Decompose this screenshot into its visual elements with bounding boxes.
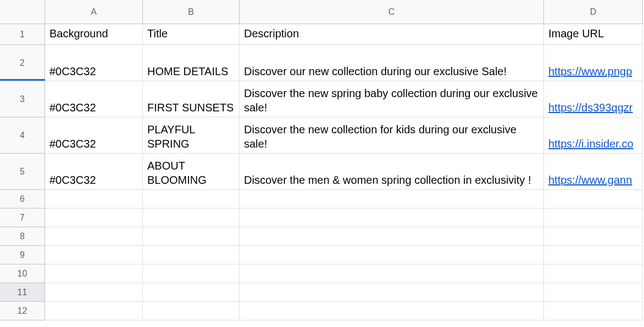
cell-A12[interactable] [45, 302, 143, 320]
column-headers: A B C D [45, 0, 643, 24]
col-header-D[interactable]: D [544, 0, 643, 24]
cell-D8[interactable] [544, 227, 643, 246]
cell-B7[interactable] [143, 208, 240, 227]
cell-C6[interactable] [240, 190, 544, 208]
cell-D10[interactable] [544, 264, 643, 283]
cell-A3[interactable]: #0C3C32 [45, 81, 143, 117]
col-header-B[interactable]: B [143, 0, 240, 24]
spreadsheet: A B C D 123456789101112 BackgroundTitleD… [0, 0, 644, 327]
cell-A6[interactable] [45, 190, 143, 208]
cell-B4[interactable]: PLAYFUL SPRING [143, 117, 240, 154]
row-header-6[interactable]: 6 [0, 190, 45, 208]
cell-B12[interactable] [143, 302, 240, 320]
cell-A5[interactable]: #0C3C32 [45, 154, 143, 190]
cell-D3[interactable]: https://ds393qgzr [544, 81, 643, 117]
cell-A2[interactable]: #0C3C32 [45, 45, 143, 81]
cell-D7[interactable] [544, 208, 643, 227]
table-row: #0C3C32HOME DETAILSDiscover our new coll… [45, 45, 643, 81]
table-row [45, 283, 643, 302]
row-header-12[interactable]: 12 [0, 302, 45, 320]
cell-D11[interactable] [544, 283, 643, 302]
cell-C10[interactable] [240, 264, 544, 283]
row-header-2[interactable]: 2 [0, 45, 45, 81]
cell-B3[interactable]: FIRST SUNSETS [143, 81, 240, 117]
row-header-11[interactable]: 11 [0, 283, 45, 302]
cell-C2[interactable]: Discover our new collection during our e… [240, 45, 544, 81]
url-link[interactable]: https://www.pngp [548, 64, 638, 78]
col-header-C[interactable]: C [240, 0, 544, 24]
cell-C3[interactable]: Discover the new spring baby collection … [240, 81, 544, 117]
cell-C7[interactable] [240, 208, 544, 227]
row-header-8[interactable]: 8 [0, 227, 45, 246]
cell-B6[interactable] [143, 190, 240, 208]
cell-C9[interactable] [240, 246, 544, 264]
row-header-1[interactable]: 1 [0, 24, 45, 45]
cell-C5[interactable]: Discover the men & women spring collecti… [240, 154, 544, 190]
url-link[interactable]: https://ds393qgzr [548, 100, 638, 115]
table-row [45, 302, 643, 320]
cell-D2[interactable]: https://www.pngp [544, 45, 643, 81]
cell-D12[interactable] [544, 302, 643, 320]
cell-A10[interactable] [45, 264, 143, 283]
cell-C11[interactable] [240, 283, 544, 302]
cell-D9[interactable] [544, 246, 643, 264]
cell-C4[interactable]: Discover the new collection for kids dur… [240, 117, 544, 154]
cell-B10[interactable] [143, 264, 240, 283]
table-row: #0C3C32FIRST SUNSETSDiscover the new spr… [45, 81, 643, 117]
active-row-indicator [0, 79, 45, 81]
cell-B5[interactable]: ABOUT BLOOMING [143, 154, 240, 190]
cell-A1[interactable]: Background [45, 24, 143, 45]
cell-A11[interactable] [45, 283, 143, 302]
cell-C8[interactable] [240, 227, 544, 246]
row-header-9[interactable]: 9 [0, 246, 45, 264]
table-row [45, 227, 643, 246]
cell-D5[interactable]: https://www.gann [544, 154, 643, 190]
cell-B1[interactable]: Title [143, 24, 240, 45]
row-header-5[interactable]: 5 [0, 154, 45, 190]
cell-A4[interactable]: #0C3C32 [45, 117, 143, 154]
table-row: #0C3C32PLAYFUL SPRINGDiscover the new co… [45, 117, 643, 154]
row-header-10[interactable]: 10 [0, 264, 45, 283]
cell-A9[interactable] [45, 246, 143, 264]
cell-B2[interactable]: HOME DETAILS [143, 45, 240, 81]
cell-D4[interactable]: https://i.insider.co [544, 117, 643, 154]
select-all-corner[interactable] [0, 0, 45, 24]
table-row [45, 264, 643, 283]
cell-D6[interactable] [544, 190, 643, 208]
cell-C1[interactable]: Description [240, 24, 544, 45]
cell-B9[interactable] [143, 246, 240, 264]
cell-B8[interactable] [143, 227, 240, 246]
table-row [45, 190, 643, 208]
row-headers: 123456789101112 [0, 24, 45, 320]
cell-D1[interactable]: Image URL [544, 24, 643, 45]
table-row [45, 246, 643, 264]
url-link[interactable]: https://www.gann [548, 173, 638, 187]
table-row: #0C3C32ABOUT BLOOMINGDiscover the men & … [45, 154, 643, 190]
table-row: BackgroundTitleDescriptionImage URL [45, 24, 643, 45]
row-header-4[interactable]: 4 [0, 117, 45, 154]
col-header-A[interactable]: A [45, 0, 143, 24]
table-row [45, 208, 643, 227]
cell-A7[interactable] [45, 208, 143, 227]
cell-grid: BackgroundTitleDescriptionImage URL#0C3C… [45, 24, 643, 320]
url-link[interactable]: https://i.insider.co [548, 137, 638, 151]
cell-C12[interactable] [240, 302, 544, 320]
row-header-3[interactable]: 3 [0, 81, 45, 117]
cell-A8[interactable] [45, 227, 143, 246]
cell-B11[interactable] [143, 283, 240, 302]
row-header-7[interactable]: 7 [0, 208, 45, 227]
